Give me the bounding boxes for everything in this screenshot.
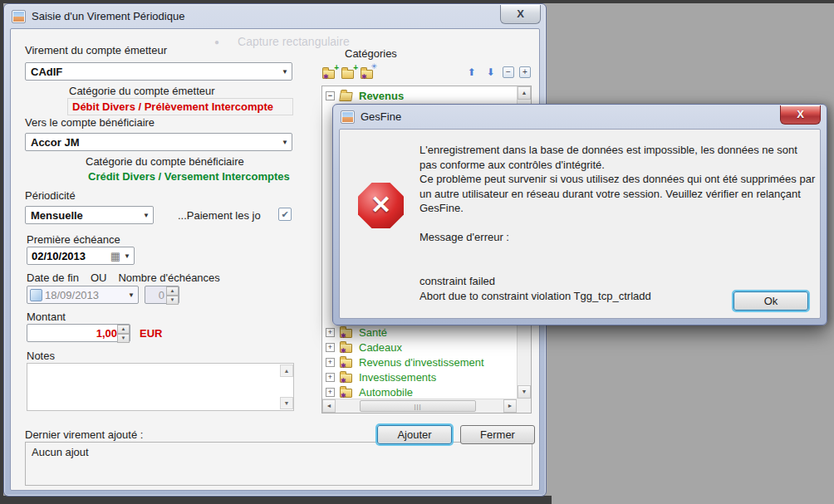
add-category-icon[interactable]: ✱ + [321, 66, 337, 80]
tree-item-label: Revenus [359, 90, 404, 102]
plus-badge-icon: + [353, 63, 358, 72]
capture-frame-bottom [0, 496, 552, 504]
tree-item-label: Investissements [359, 371, 436, 384]
payment-day-checkbox[interactable]: ✔ [278, 208, 292, 221]
tree-item-cadeaux[interactable]: + ✱ Cadeaux [326, 340, 402, 355]
first-due-date-value: 02/10/2013 [27, 250, 86, 262]
app-icon [12, 10, 26, 23]
main-window-title: Saisie d'un Virement Périodique [32, 10, 184, 22]
scroll-up-icon[interactable]: ▲ [518, 86, 531, 100]
expand-icon[interactable]: + [326, 343, 335, 352]
beneficiary-account-value: Accor JM [26, 136, 278, 149]
expand-all-icon[interactable]: + [519, 66, 531, 78]
end-date-checkbox[interactable] [30, 289, 42, 301]
notes-scroll-down-icon[interactable]: ▼ [280, 397, 293, 409]
close-button[interactable]: Fermer [460, 425, 535, 444]
last-transfer-value: Aucun ajout [32, 446, 89, 458]
tree-horizontal-scrollbar[interactable]: ◄ ||| ► [322, 399, 517, 413]
periodicity-select[interactable]: Mensuelle ▼ [25, 206, 154, 224]
installments-stepper[interactable]: 0 ▲ ▼ [145, 286, 179, 304]
beneficiary-category-label: Catégorie du compte bénéficiaire [86, 155, 244, 168]
error-icon: ✕ [358, 183, 404, 228]
beneficiary-category-value: Crédit Divers / Versement Intercomptes [84, 169, 294, 184]
collapse-icon[interactable]: − [326, 91, 335, 100]
error-message: L'enregistrement dans la base de données… [419, 143, 817, 216]
payment-day-label: ...Paiement les jo [178, 209, 261, 222]
installments-value: 0 [145, 289, 166, 301]
blue-badge-icon: ✳ [370, 62, 377, 71]
spin-down-icon[interactable]: ▼ [166, 296, 179, 305]
star-badge-icon: ✱ [341, 392, 346, 399]
emitter-category-label: Catégorie du compte émetteur [69, 85, 215, 97]
last-transfer-label: Dernier virement ajouté : [25, 428, 143, 441]
star-badge-icon: ✱ [361, 73, 367, 81]
end-date-field[interactable]: 18/09/2013 ▼ [27, 286, 139, 304]
add-button[interactable]: Ajouter [377, 425, 452, 444]
add-folder-icon[interactable]: + [341, 66, 356, 80]
star-badge-icon: ✱ [341, 332, 346, 340]
periodicity-value: Mensuelle [26, 209, 140, 222]
add-subcategory-icon[interactable]: ✱ ✳ [360, 66, 375, 80]
collapse-all-icon[interactable]: − [503, 66, 514, 78]
error-dialog-title: GesFine [361, 110, 401, 123]
emitter-account-select[interactable]: CAdIF ▼ [25, 62, 292, 81]
spin-up-icon[interactable]: ▲ [166, 286, 179, 296]
main-titlebar[interactable]: Saisie d'un Virement Périodique [4, 4, 546, 28]
move-up-icon[interactable]: ⬆ [464, 66, 478, 78]
notes-scroll-up-icon[interactable]: ▲ [280, 365, 293, 377]
spin-down-icon[interactable]: ▼ [117, 334, 130, 343]
calendar-icon: ▦ [110, 250, 120, 262]
spin-up-icon[interactable]: ▲ [117, 325, 130, 334]
error-text-block: L'enregistrement dans la base de données… [419, 143, 817, 303]
currency-label: EUR [140, 327, 162, 340]
error-titlebar[interactable]: GesFine [333, 105, 827, 129]
tree-item-automobile[interactable]: + ✱ Automobile [326, 385, 413, 399]
scrollbar-thumb[interactable]: ||| [360, 400, 476, 412]
scroll-down-icon[interactable]: ▼ [518, 385, 531, 399]
expand-icon[interactable]: + [326, 328, 335, 337]
app-icon [341, 110, 355, 124]
star-badge-icon: ✱ [341, 377, 346, 384]
tree-item-revenus-investissement[interactable]: + ✱ Revenus d'investissement [326, 355, 484, 369]
tree-item-investissements[interactable]: + ✱ Investissements [326, 370, 436, 384]
tree-item-label: Automobile [359, 386, 413, 399]
emitter-account-label: Virement du compte émetteur [25, 44, 167, 56]
tree-item-label: Revenus d'investissement [359, 356, 484, 369]
first-due-label: Première échéance [27, 233, 120, 246]
amount-label: Montant [27, 311, 66, 323]
first-due-date-field[interactable]: 02/10/2013 ▦ ▼ [27, 247, 135, 265]
tree-item-revenus[interactable]: − Revenus [326, 89, 404, 103]
expand-icon[interactable]: + [326, 358, 335, 367]
folder-icon [341, 70, 354, 79]
periodicity-label: Périodicité [25, 189, 76, 202]
main-close-button[interactable]: X [500, 5, 541, 24]
expand-icon[interactable]: + [326, 373, 335, 382]
ok-button[interactable]: Ok [733, 291, 808, 311]
scrollbar-corner [517, 399, 531, 413]
tree-item-sante[interactable]: + ✱ Santé [326, 325, 387, 340]
scroll-right-icon[interactable]: ► [503, 399, 517, 413]
error-detail-line: constraint failed [419, 274, 817, 289]
notes-input[interactable] [27, 363, 294, 411]
open-folder-icon [339, 92, 353, 101]
star-badge-icon: ✱ [341, 362, 346, 369]
emitter-category-value: Débit Divers / Prélèvement Intercompte [67, 98, 293, 115]
chevron-down-icon[interactable]: ▼ [125, 291, 138, 299]
amount-stepper[interactable]: 1,00 ▲ ▼ [27, 324, 130, 342]
notes-label: Notes [27, 350, 55, 362]
error-detail-label: Message d'erreur : [419, 230, 817, 245]
or-label: OU [91, 272, 107, 284]
move-down-icon[interactable]: ⬇ [483, 66, 498, 78]
error-close-button[interactable]: X [780, 105, 821, 125]
chevron-down-icon[interactable]: ▼ [120, 252, 134, 260]
end-date-label: Date de fin [27, 272, 79, 284]
tree-item-label: Santé [359, 326, 387, 339]
star-badge-icon: ✱ [323, 73, 329, 81]
chevron-down-icon: ▼ [140, 212, 153, 219]
star-badge-icon: ✱ [341, 347, 346, 355]
end-date-value: 18/09/2013 [42, 289, 99, 301]
expand-icon[interactable]: + [326, 388, 335, 397]
beneficiary-account-select[interactable]: Accor JM ▼ [25, 133, 292, 151]
scroll-left-icon[interactable]: ◄ [322, 399, 336, 413]
tree-item-label: Cadeaux [359, 341, 402, 354]
